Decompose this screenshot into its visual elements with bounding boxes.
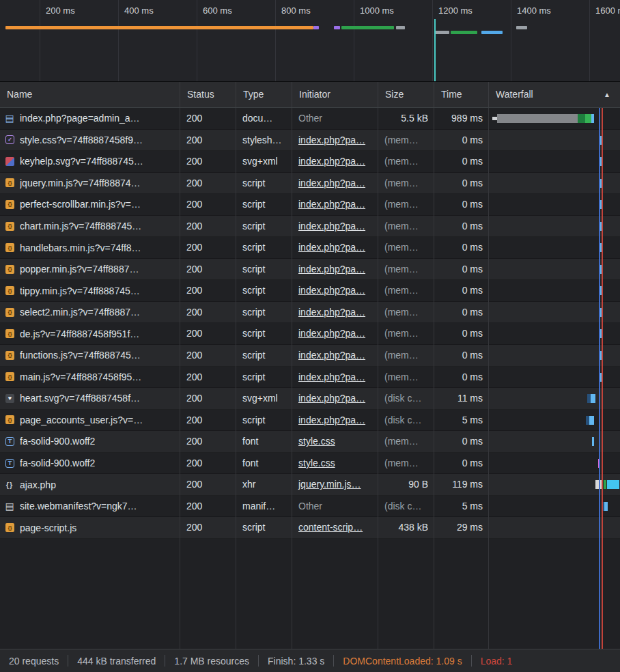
initiator-cell: index.php?pa… bbox=[292, 410, 378, 431]
type-cell: stylesh… bbox=[236, 130, 292, 151]
type-cell: script bbox=[236, 173, 292, 194]
initiator-link[interactable]: index.php?pa… bbox=[298, 242, 365, 253]
waterfall-cell bbox=[488, 474, 620, 495]
initiator-link[interactable]: index.php?pa… bbox=[298, 350, 365, 361]
initiator-link[interactable]: index.php?pa… bbox=[298, 285, 365, 296]
type-cell: script bbox=[236, 237, 292, 258]
column-separator bbox=[378, 108, 378, 649]
name-cell: chart.min.js?v=74ff888745… bbox=[0, 216, 180, 237]
table-row[interactable]: keyhelp.svg?v=74ff888745…200svg+xmlindex… bbox=[0, 151, 620, 173]
column-header-initiator[interactable]: Initiator bbox=[292, 82, 378, 107]
initiator-cell: index.php?pa… bbox=[292, 345, 378, 366]
table-row[interactable]: jquery.min.js?v=74ff88874…200scriptindex… bbox=[0, 173, 620, 195]
table-row[interactable]: fa-solid-900.woff2200fontstyle.css(mem…0… bbox=[0, 453, 620, 475]
name-cell: fa-solid-900.woff2 bbox=[0, 431, 180, 452]
overview-tick-label: 1200 ms bbox=[438, 5, 473, 16]
initiator-link[interactable]: index.php?pa… bbox=[298, 156, 365, 167]
column-header-waterfall[interactable]: Waterfall ▲ bbox=[488, 82, 620, 107]
initiator-link[interactable]: index.php?pa… bbox=[298, 328, 365, 339]
table-row[interactable]: main.js?v=74ff8887458f95…200scriptindex.… bbox=[0, 367, 620, 389]
initiator-link[interactable]: jquery.min.js… bbox=[298, 479, 361, 490]
size-cell: (mem… bbox=[378, 302, 434, 323]
request-name: style.css?v=74ff8887458f9… bbox=[20, 130, 143, 150]
overview-tick-label: 600 ms bbox=[203, 5, 232, 16]
overview-gridline bbox=[432, 0, 433, 81]
image-icon bbox=[5, 157, 14, 166]
waterfall-cell bbox=[488, 173, 620, 194]
time-cell: 0 ms bbox=[434, 130, 488, 151]
initiator-cell: index.php?pa… bbox=[292, 323, 378, 344]
table-row[interactable]: select2.min.js?v=74ff8887…200scriptindex… bbox=[0, 302, 620, 324]
column-header-name[interactable]: Name bbox=[0, 82, 180, 107]
table-row[interactable]: handlebars.min.js?v=74ff8…200scriptindex… bbox=[0, 237, 620, 259]
table-row[interactable]: site.webmanifest?v=ngk7…200manif…Other(d… bbox=[0, 496, 620, 518]
overview-tick-label: 1600 ms bbox=[595, 5, 620, 16]
initiator-link[interactable]: index.php?pa… bbox=[298, 264, 365, 275]
initiator-link[interactable]: style.css bbox=[298, 436, 335, 447]
initiator-cell: index.php?pa… bbox=[292, 194, 378, 215]
initiator-link[interactable]: index.php?pa… bbox=[298, 135, 365, 145]
status-cell: 200 bbox=[180, 151, 236, 172]
column-header-status[interactable]: Status bbox=[180, 82, 236, 107]
request-name: tippy.min.js?v=74ff888745… bbox=[20, 281, 140, 301]
size-cell: (mem… bbox=[378, 453, 434, 474]
table-row[interactable]: page-script.js200scriptcontent-scrip…438… bbox=[0, 517, 620, 539]
script-icon bbox=[5, 329, 14, 338]
initiator-link[interactable]: content-scrip… bbox=[298, 522, 363, 533]
table-row[interactable]: chart.min.js?v=74ff888745…200scriptindex… bbox=[0, 216, 620, 238]
xhr-icon bbox=[4, 479, 15, 490]
type-cell: font bbox=[236, 453, 292, 474]
initiator-link[interactable]: index.php?pa… bbox=[298, 372, 365, 382]
requests-table-body: index.php?page=admin_a…200docu…Other5.5 … bbox=[0, 108, 620, 649]
table-row[interactable]: ajax.php200xhrjquery.min.js…90 B119 ms bbox=[0, 474, 620, 496]
column-header-size[interactable]: Size bbox=[378, 82, 434, 107]
time-cell: 5 ms bbox=[434, 496, 488, 517]
initiator-link[interactable]: index.php?pa… bbox=[298, 307, 365, 318]
initiator-cell: index.php?pa… bbox=[292, 388, 378, 409]
table-row[interactable]: tippy.min.js?v=74ff888745…200scriptindex… bbox=[0, 280, 620, 302]
overview-bar bbox=[435, 31, 449, 34]
request-name: select2.min.js?v=74ff8887… bbox=[20, 302, 140, 322]
overview-bar bbox=[481, 31, 503, 34]
column-header-time[interactable]: Time bbox=[434, 82, 488, 107]
script-icon bbox=[5, 372, 14, 381]
waterfall-cell bbox=[488, 453, 620, 474]
table-row[interactable]: heart.svg?v=74ff8887458f…200svg+xmlindex… bbox=[0, 388, 620, 410]
time-cell: 0 ms bbox=[434, 194, 488, 215]
stylesheet-icon bbox=[5, 135, 14, 144]
table-row[interactable]: popper.min.js?v=74ff8887…200scriptindex.… bbox=[0, 259, 620, 281]
initiator-link[interactable]: style.css bbox=[298, 458, 335, 468]
status-cell: 200 bbox=[180, 259, 236, 280]
table-row[interactable]: page_accounts_user.js?v=…200scriptindex.… bbox=[0, 410, 620, 432]
size-cell: (mem… bbox=[378, 280, 434, 301]
table-row[interactable]: index.php?page=admin_a…200docu…Other5.5 … bbox=[0, 108, 620, 130]
initiator-link[interactable]: index.php?pa… bbox=[298, 393, 365, 404]
table-row[interactable]: style.css?v=74ff8887458f9…200stylesh…ind… bbox=[0, 130, 620, 152]
waterfall-bar bbox=[585, 114, 591, 123]
column-header-type[interactable]: Type bbox=[236, 82, 292, 107]
type-cell: script bbox=[236, 302, 292, 323]
overview-gridline bbox=[40, 0, 40, 81]
time-cell: 0 ms bbox=[434, 323, 488, 344]
waterfall-cell bbox=[488, 259, 620, 280]
name-cell: popper.min.js?v=74ff8887… bbox=[0, 259, 180, 280]
table-row[interactable]: functions.js?v=74ff888745…200scriptindex… bbox=[0, 345, 620, 367]
type-cell: svg+xml bbox=[236, 388, 292, 409]
timeline-overview[interactable]: 200 ms400 ms600 ms800 ms1000 ms1200 ms14… bbox=[0, 0, 620, 82]
table-row[interactable]: fa-solid-900.woff2200fontstyle.css(mem…0… bbox=[0, 431, 620, 453]
initiator-link[interactable]: index.php?pa… bbox=[298, 199, 365, 210]
type-cell: script bbox=[236, 259, 292, 280]
type-cell: docu… bbox=[236, 108, 292, 129]
waterfall-bar bbox=[497, 114, 578, 123]
initiator-link[interactable]: index.php?pa… bbox=[298, 221, 365, 232]
overview-tick-label: 1000 ms bbox=[360, 5, 394, 16]
initiator-link[interactable]: index.php?pa… bbox=[298, 178, 365, 188]
request-name: keyhelp.svg?v=74ff888745… bbox=[20, 151, 143, 171]
waterfall-header-label: Waterfall bbox=[496, 89, 533, 100]
waterfall-cell bbox=[488, 388, 620, 409]
network-table-header: Name Status Type Initiator Size Time Wat… bbox=[0, 82, 620, 108]
initiator-link[interactable]: index.php?pa… bbox=[298, 415, 365, 425]
request-name: jquery.min.js?v=74ff88874… bbox=[20, 173, 141, 193]
table-row[interactable]: de.js?v=74ff8887458f951f…200scriptindex.… bbox=[0, 323, 620, 345]
table-row[interactable]: perfect-scrollbar.min.js?v=…200scriptind… bbox=[0, 194, 620, 216]
